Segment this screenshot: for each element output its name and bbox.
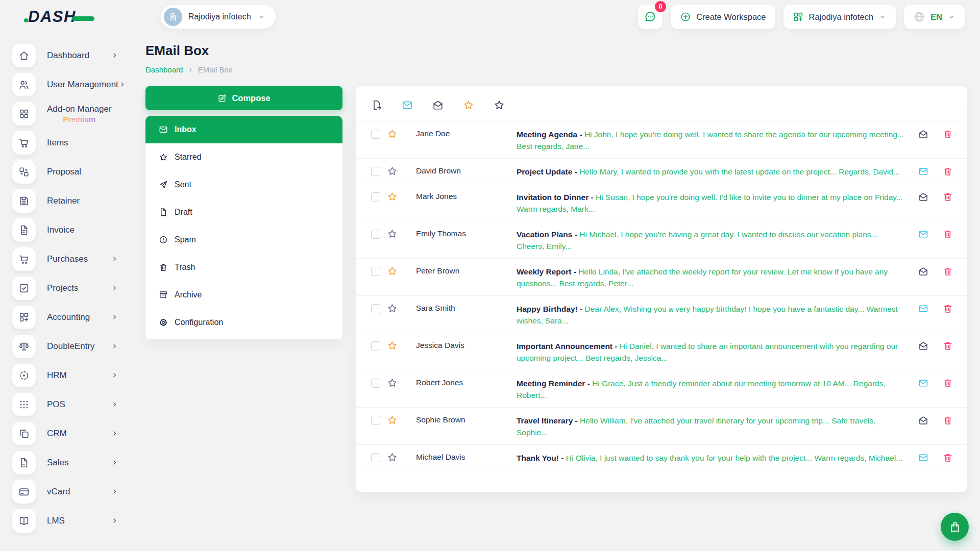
star-toggle-icon[interactable] xyxy=(387,129,398,139)
star-toggle-icon[interactable] xyxy=(387,303,398,314)
folder-label: Spam xyxy=(175,235,196,244)
email-checkbox[interactable] xyxy=(371,416,380,425)
star-toggle-icon[interactable] xyxy=(387,378,398,388)
language-menu[interactable]: EN xyxy=(904,5,965,29)
email-subject: Invitation to Dinner - xyxy=(517,193,594,202)
compose-button[interactable]: Compose xyxy=(145,86,342,110)
email-row[interactable]: Mark Jones Invitation to Dinner - Hi Sus… xyxy=(356,184,967,221)
email-checkbox[interactable] xyxy=(371,341,380,350)
star-toggle-icon[interactable] xyxy=(387,266,398,277)
workspace-switcher[interactable]: Rajodiya infotech xyxy=(161,5,276,29)
delete-icon[interactable] xyxy=(943,378,953,388)
sidebar-item-label: vCard xyxy=(47,487,70,497)
create-workspace-button[interactable]: Create Workspace xyxy=(671,5,775,29)
folder-starred[interactable]: Starred xyxy=(145,143,342,171)
sidebar-item-projects[interactable]: Projects xyxy=(12,273,134,303)
email-checkbox[interactable] xyxy=(371,304,380,313)
email-subject: Meeting Reminder - xyxy=(517,379,590,388)
mail-closed-icon[interactable] xyxy=(918,378,928,388)
folder-trash[interactable]: Trash xyxy=(145,254,342,281)
email-checkbox[interactable] xyxy=(371,453,380,462)
sidebar-item-items[interactable]: Items xyxy=(12,128,134,157)
star-toggle-icon[interactable] xyxy=(387,340,398,351)
delete-icon[interactable] xyxy=(943,192,953,202)
sidebar-item-accounting[interactable]: Accounting xyxy=(12,303,134,332)
sidebar-item-crm[interactable]: CRM xyxy=(12,419,134,448)
email-sender: Emily Thomas xyxy=(416,228,496,238)
sidebar-item-doubleentry[interactable]: DoubleEntry xyxy=(12,332,134,361)
email-checkbox[interactable] xyxy=(371,230,380,239)
email-row[interactable]: Emily Thomas Vacation Plans - Hi Michael… xyxy=(356,221,967,259)
email-checkbox[interactable] xyxy=(371,192,380,202)
delete-icon[interactable] xyxy=(943,453,953,463)
delete-icon[interactable] xyxy=(943,266,953,277)
breadcrumb-dashboard-link[interactable]: Dashboard xyxy=(145,65,183,74)
email-checkbox[interactable] xyxy=(371,267,380,276)
email-checkbox[interactable] xyxy=(371,167,380,176)
email-row[interactable]: Sara Smith Happy Birthday! - Dear Alex, … xyxy=(356,296,967,333)
messages-button[interactable]: 0 xyxy=(638,5,663,29)
sidebar-item-pos[interactable]: POS xyxy=(12,390,134,419)
email-row[interactable]: Jessica Davis Important Announcement - H… xyxy=(356,333,967,370)
email-row[interactable]: Michael Davis Thank You! - Hi Olivia, I … xyxy=(356,445,967,470)
mail-closed-icon[interactable] xyxy=(918,453,928,463)
folder-spam[interactable]: Spam xyxy=(145,226,342,254)
email-checkbox[interactable] xyxy=(371,130,380,139)
addon-store-fab[interactable] xyxy=(941,513,969,541)
star-toggle-icon[interactable] xyxy=(387,229,398,239)
folder-configuration[interactable]: Configuration xyxy=(145,309,342,336)
chevron-down-icon xyxy=(257,13,265,21)
email-subject: Project Update - xyxy=(517,167,577,176)
email-row[interactable]: Sophie Brown Travel Itinerary - Hello Wi… xyxy=(356,408,967,445)
star-toggle-icon[interactable] xyxy=(387,415,398,425)
delete-icon[interactable] xyxy=(943,341,953,351)
company-menu[interactable]: Rajodiya infotech xyxy=(783,5,896,29)
sidebar-item-vcard[interactable]: vCard xyxy=(12,477,134,506)
delete-icon[interactable] xyxy=(943,129,953,139)
sidebar-item-retainer[interactable]: Retainer xyxy=(12,186,134,215)
folder-draft[interactable]: Draft xyxy=(145,198,342,226)
trash-icon xyxy=(159,263,168,272)
sidebar-item-add-on-manager[interactable]: Add-on Manager Premium xyxy=(12,99,134,128)
folder-archive[interactable]: Archive xyxy=(145,281,342,309)
mail-open-icon[interactable] xyxy=(918,266,928,277)
unstarred-filter-icon[interactable] xyxy=(494,99,505,111)
mail-open-icon[interactable] xyxy=(918,129,928,139)
email-row[interactable]: Robert Jones Meeting Reminder - Hi Grace… xyxy=(356,370,967,408)
sidebar-item-dashboard[interactable]: Dashboard xyxy=(12,41,134,70)
delete-icon[interactable] xyxy=(943,304,953,314)
app-logo[interactable]: DASH xyxy=(28,8,94,26)
delete-icon[interactable] xyxy=(943,415,953,425)
email-sender: Mark Jones xyxy=(416,190,496,201)
mail-open-icon[interactable] xyxy=(918,415,928,425)
mail-open-icon[interactable] xyxy=(918,341,928,351)
sidebar-item-invoice[interactable]: Invoice xyxy=(12,215,134,244)
mark-unread-icon[interactable] xyxy=(402,99,413,111)
folder-inbox[interactable]: Inbox xyxy=(145,116,342,143)
sidebar-item-purchases[interactable]: Purchases xyxy=(12,244,134,273)
email-row[interactable]: David Brown Project Update - Hello Mary,… xyxy=(356,159,967,184)
delete-icon[interactable] xyxy=(943,229,953,239)
mail-open-icon[interactable] xyxy=(918,192,928,202)
star-toggle-icon[interactable] xyxy=(387,191,398,202)
mail-closed-icon[interactable] xyxy=(918,229,928,239)
starred-filter-icon[interactable] xyxy=(463,99,474,111)
email-sender: Jessica Davis xyxy=(416,339,496,350)
folder-label: Trash xyxy=(175,263,195,272)
email-row[interactable]: Peter Brown Weekly Report - Hello Linda,… xyxy=(356,259,967,296)
sidebar-item-lms[interactable]: LMS xyxy=(12,506,134,535)
folder-sent[interactable]: Sent xyxy=(145,171,342,198)
sidebar-item-hrm[interactable]: HRM xyxy=(12,361,134,390)
export-icon[interactable] xyxy=(371,99,382,111)
star-toggle-icon[interactable] xyxy=(387,452,398,463)
sidebar-item-user-management[interactable]: User Management xyxy=(12,70,134,99)
email-checkbox[interactable] xyxy=(371,379,380,388)
email-row[interactable]: Jane Doe Meeting Agenda - Hi John, I hop… xyxy=(356,121,967,159)
star-toggle-icon[interactable] xyxy=(387,166,398,177)
sidebar-item-proposal[interactable]: Proposal xyxy=(12,157,134,186)
mail-closed-icon[interactable] xyxy=(918,166,928,177)
sidebar-item-sales[interactable]: Sales xyxy=(12,448,134,477)
mail-closed-icon[interactable] xyxy=(918,304,928,314)
mark-read-icon[interactable] xyxy=(432,99,444,111)
delete-icon[interactable] xyxy=(943,166,953,177)
